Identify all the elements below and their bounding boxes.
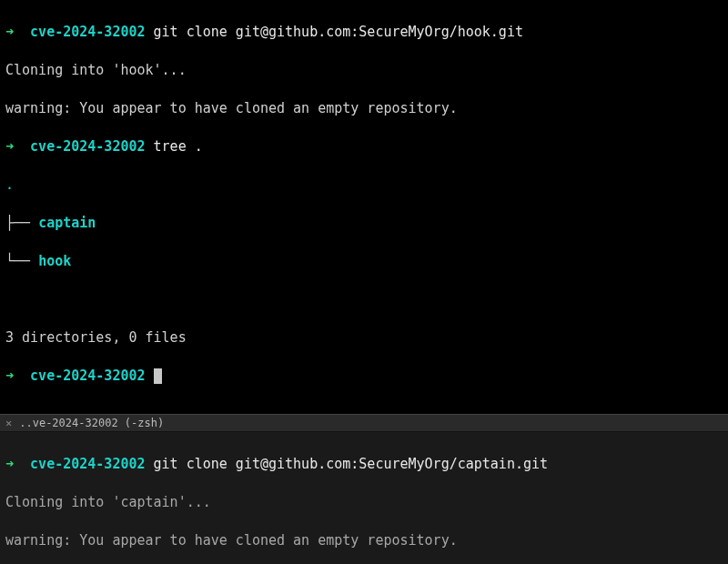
prompt-arrow-icon: ➜ bbox=[5, 456, 14, 472]
close-icon[interactable]: ✕ bbox=[5, 416, 12, 431]
tree-summary: 3 directories, 0 files bbox=[5, 328, 723, 347]
prompt-arrow-icon: ➜ bbox=[5, 24, 14, 40]
tree-dir-name: hook bbox=[38, 253, 71, 269]
command-text: git clone git@github.com:SecureMyOrg/hoo… bbox=[154, 24, 523, 40]
prompt-line: ➜ cve-2024-32002 tree . bbox=[5, 137, 723, 156]
blank-line bbox=[5, 290, 723, 309]
terminal-pane-bottom[interactable]: ➜ cve-2024-32002 git clone git@github.co… bbox=[0, 432, 728, 564]
tree-root: . bbox=[5, 176, 723, 195]
prompt-cwd: cve-2024-32002 bbox=[30, 368, 145, 384]
prompt-line: ➜ cve-2024-32002 git clone git@github.co… bbox=[5, 23, 723, 42]
tree-dir-name: captain bbox=[38, 215, 96, 231]
prompt-arrow-icon: ➜ bbox=[5, 138, 14, 155]
command-text: git clone git@github.com:SecureMyOrg/cap… bbox=[154, 456, 548, 472]
terminal-pane-top[interactable]: ➜ cve-2024-32002 git clone git@github.co… bbox=[0, 0, 728, 414]
prompt-cwd: cve-2024-32002 bbox=[30, 138, 145, 155]
tree-entry: └── hook bbox=[5, 252, 723, 271]
tree-branch-icon: ├── bbox=[5, 215, 38, 231]
cursor-icon bbox=[154, 368, 162, 384]
prompt-cwd: cve-2024-32002 bbox=[30, 456, 145, 472]
prompt-line: ➜ cve-2024-32002 git clone git@github.co… bbox=[5, 455, 723, 474]
tab-title[interactable]: ..ve-2024-32002 (-zsh) bbox=[19, 416, 164, 431]
output-line: Cloning into 'hook'... bbox=[5, 61, 723, 80]
tree-entry: ├── captain bbox=[5, 214, 723, 233]
prompt-arrow-icon: ➜ bbox=[5, 368, 14, 384]
tmux-tab-bar[interactable]: ✕ ..ve-2024-32002 (-zsh) bbox=[0, 414, 728, 432]
prompt-cwd: cve-2024-32002 bbox=[30, 24, 145, 40]
output-line: Cloning into 'captain'... bbox=[5, 493, 723, 512]
output-line: warning: You appear to have cloned an em… bbox=[5, 99, 723, 118]
tree-branch-icon: └── bbox=[5, 253, 38, 269]
command-text: tree . bbox=[154, 138, 203, 155]
prompt-line: ➜ cve-2024-32002 bbox=[5, 367, 723, 386]
output-line: warning: You appear to have cloned an em… bbox=[5, 531, 723, 550]
